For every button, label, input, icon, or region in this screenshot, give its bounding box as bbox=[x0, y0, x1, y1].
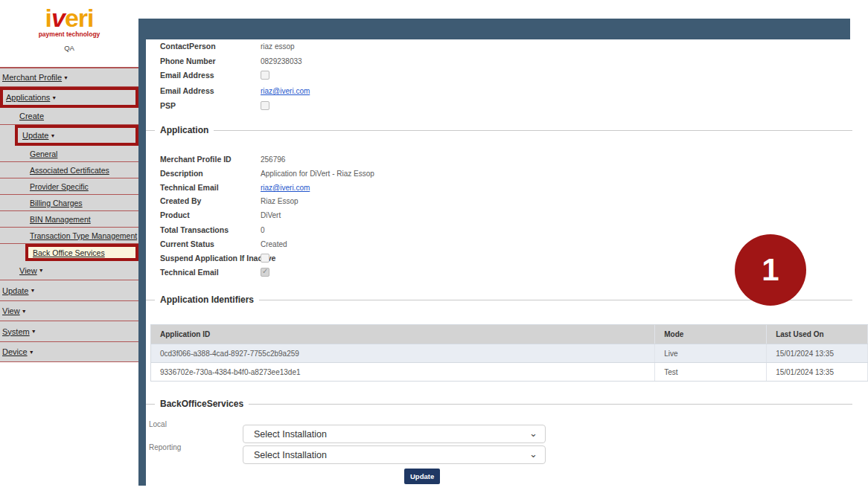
field-row-merchant-profile-id: Merchant Profile ID 256796 bbox=[146, 155, 861, 168]
sidebar-item-label: System bbox=[2, 327, 30, 336]
suspend-application-checkbox[interactable] bbox=[261, 254, 269, 263]
sidebar-item-label: Provider Specific bbox=[30, 182, 89, 191]
field-value: DiVert bbox=[261, 211, 281, 219]
logo-letter: i bbox=[45, 4, 51, 32]
content-left-strip bbox=[138, 39, 146, 486]
select-value: Select Installation bbox=[243, 450, 327, 460]
chevron-down-icon: ▼ bbox=[51, 95, 57, 100]
cell-last-used-on: 15/01/2024 13:35 bbox=[767, 363, 868, 381]
sidebar-item-create[interactable]: Create bbox=[0, 108, 138, 125]
sidebar-item-applications[interactable]: Applications▼ bbox=[0, 87, 138, 108]
table-row: 9336702e-730a-4384-b4f0-a8273ee13de1 Tes… bbox=[151, 362, 868, 381]
chevron-down-icon: ▼ bbox=[31, 329, 36, 334]
sidebar-item-back-office-services[interactable]: Back Office Services bbox=[25, 244, 138, 261]
sidebar-item-associated-certificates[interactable]: Associated Certificates bbox=[0, 162, 138, 178]
chevron-down-icon: ▼ bbox=[39, 268, 44, 273]
legend-text: Application Identifiers bbox=[155, 295, 259, 305]
sidebar-item-update-applications[interactable]: Update▼ bbox=[15, 125, 138, 146]
chevron-down-icon: ▼ bbox=[22, 309, 27, 314]
iveri-logo: iveri bbox=[0, 4, 138, 32]
field-row-phone-number: Phone Number 0829238033 bbox=[146, 57, 861, 70]
field-row-created-by: Created By Riaz Essop bbox=[146, 196, 861, 210]
legend-text: Application bbox=[155, 125, 214, 135]
local-label: Local bbox=[149, 420, 167, 428]
field-label: Phone Number bbox=[160, 57, 216, 65]
chevron-down-icon: ▼ bbox=[50, 133, 55, 138]
local-select[interactable]: Select Installation ⌄ bbox=[243, 425, 546, 443]
application-section-legend: Application bbox=[146, 125, 852, 135]
sidebar-item-view-applications[interactable]: View▼ bbox=[0, 261, 138, 280]
legend-text: BackOfficeServices bbox=[155, 399, 249, 409]
sidebar-item-label: Update bbox=[22, 131, 48, 140]
field-value: Created bbox=[261, 240, 287, 248]
backoffice-services-legend: BackOfficeServices bbox=[146, 399, 852, 409]
field-value: Application for DiVert - Riaz Essop bbox=[261, 170, 374, 178]
check-icon: ✓ bbox=[262, 267, 268, 275]
field-label: Suspend Application If Inactive bbox=[160, 254, 275, 263]
table-row: 0cd3f066-a388-4cad-8927-7755c2b9a259 Liv… bbox=[151, 344, 868, 362]
field-label: PSP bbox=[160, 101, 176, 110]
column-header-application-id: Application ID bbox=[151, 325, 655, 344]
field-row-product: Product DiVert bbox=[146, 210, 861, 224]
cell-mode: Test bbox=[655, 363, 767, 381]
field-label: Current Status bbox=[160, 239, 214, 248]
sidebar-item-label: Device bbox=[2, 347, 28, 356]
logo-tagline: payment technology bbox=[0, 30, 138, 38]
sidebar-item-label: Merchant Profile bbox=[2, 73, 62, 82]
application-identifiers-table: Application ID Mode Last Used On 0cd3f06… bbox=[150, 324, 868, 382]
screen: iveri payment technology QA Merchant Pro… bbox=[0, 0, 868, 502]
field-label: Description bbox=[160, 169, 203, 178]
sidebar-item-bin-management[interactable]: BIN Management bbox=[0, 211, 138, 228]
sidebar-item-label: Applications bbox=[6, 93, 50, 102]
reporting-label: Reporting bbox=[149, 443, 181, 451]
field-label: Product bbox=[160, 210, 190, 219]
sidebar-item-device[interactable]: Device▼ bbox=[0, 342, 138, 362]
psp-checkbox[interactable] bbox=[261, 101, 269, 110]
sidebar-item-system[interactable]: System▼ bbox=[0, 321, 138, 342]
technical-email-link[interactable]: riaz@iveri.com bbox=[261, 184, 310, 192]
field-value: 256796 bbox=[261, 155, 285, 164]
step-number: 1 bbox=[762, 252, 779, 288]
sidebar-item-label: View bbox=[19, 266, 37, 275]
content-top-band bbox=[138, 19, 850, 39]
field-label: Created By bbox=[160, 196, 201, 205]
field-row-email-address-flag: Email Address bbox=[146, 71, 861, 84]
field-label: Email Address bbox=[160, 86, 214, 95]
technical-email-checkbox[interactable]: ✓ bbox=[261, 268, 269, 277]
logo-check-mark: v bbox=[51, 4, 65, 32]
sidebar-item-transaction-type-management[interactable]: Transaction Type Management bbox=[0, 228, 138, 244]
field-row-psp: PSP bbox=[146, 101, 861, 115]
select-value: Select Installation bbox=[243, 429, 327, 440]
cell-application-id: 0cd3f066-a388-4cad-8927-7755c2b9a259 bbox=[151, 344, 655, 362]
table-header-row: Application ID Mode Last Used On bbox=[151, 325, 868, 344]
logo-area: iveri payment technology QA bbox=[0, 0, 138, 52]
sidebar-item-label: Billing Charges bbox=[30, 199, 83, 207]
logo-letters: eri bbox=[65, 4, 94, 32]
sidebar-item-billing-charges[interactable]: Billing Charges bbox=[0, 195, 138, 211]
field-row-contact-person: ContactPerson riaz essop bbox=[146, 42, 861, 55]
sidebar-item-label: Transaction Type Management bbox=[30, 231, 137, 240]
email-link[interactable]: riaz@iveri.com bbox=[261, 87, 310, 95]
sidebar-item-merchant-profile[interactable]: Merchant Profile▼ bbox=[0, 68, 138, 87]
step-annotation-badge: 1 bbox=[735, 234, 806, 306]
sidebar-item-label: View bbox=[2, 306, 20, 315]
sidebar-item-view[interactable]: View▼ bbox=[0, 301, 138, 321]
column-header-mode: Mode bbox=[655, 325, 767, 344]
sidebar-item-provider-specific[interactable]: Provider Specific bbox=[0, 178, 138, 195]
reporting-select[interactable]: Select Installation ⌄ bbox=[243, 445, 546, 464]
environment-label: QA bbox=[0, 44, 138, 52]
sidebar-item-general[interactable]: General bbox=[0, 146, 138, 162]
sidebar-item-update[interactable]: Update▼ bbox=[0, 280, 138, 301]
field-label: Total Transactions bbox=[160, 225, 229, 234]
email-address-checkbox[interactable] bbox=[261, 71, 269, 80]
sidebar-item-label: Back Office Services bbox=[33, 248, 105, 257]
chevron-down-icon: ▼ bbox=[63, 75, 68, 80]
update-button[interactable]: Update bbox=[404, 469, 440, 484]
field-value: riaz essop bbox=[261, 42, 295, 51]
field-row-total-transactions: Total Transactions 0 bbox=[146, 225, 861, 239]
field-label: Email Address bbox=[160, 71, 214, 80]
chevron-down-icon: ▼ bbox=[29, 350, 34, 355]
field-value: 0 bbox=[261, 226, 265, 234]
column-header-last-used-on: Last Used On bbox=[767, 325, 868, 344]
chevron-down-icon: ▼ bbox=[30, 288, 35, 293]
